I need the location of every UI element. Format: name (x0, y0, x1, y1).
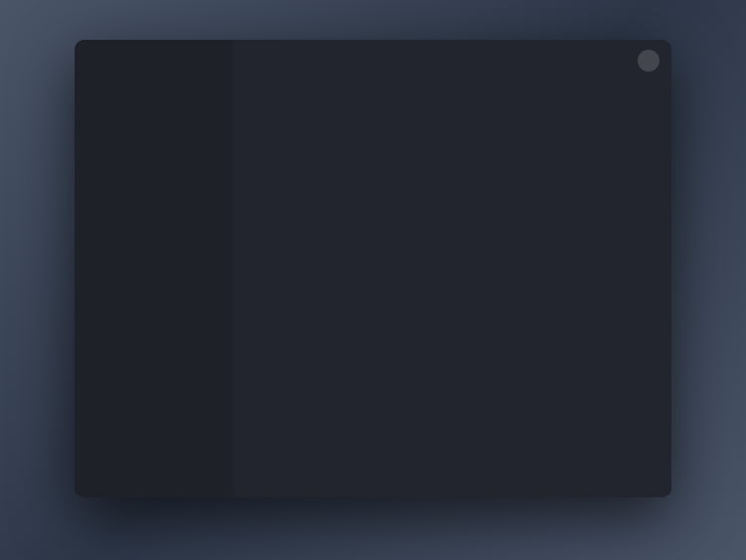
modal (75, 40, 671, 497)
close-button[interactable] (638, 50, 659, 72)
sidebar (75, 40, 234, 497)
main-content[interactable] (234, 40, 671, 497)
